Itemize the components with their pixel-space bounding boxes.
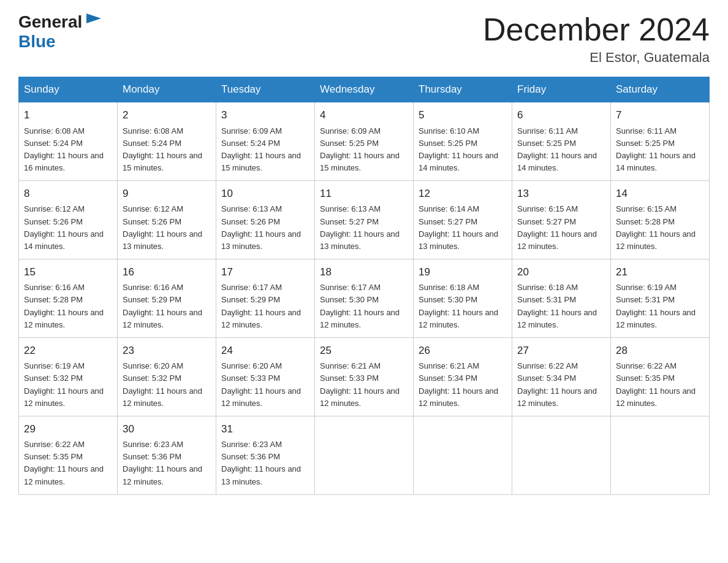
sunrise-info: Sunrise: 6:19 AM bbox=[24, 361, 85, 370]
daylight-info: Daylight: 11 hours and 14 minutes. bbox=[24, 229, 104, 251]
day-number: 9 bbox=[123, 186, 211, 202]
svg-marker-0 bbox=[86, 13, 101, 23]
sunrise-info: Sunrise: 6:12 AM bbox=[24, 204, 85, 213]
day-number: 18 bbox=[320, 264, 408, 280]
day-number: 5 bbox=[419, 107, 507, 123]
sunrise-info: Sunrise: 6:11 AM bbox=[616, 126, 677, 136]
day-cell: 28Sunrise: 6:22 AMSunset: 5:35 PMDayligh… bbox=[611, 337, 710, 416]
daylight-info: Daylight: 11 hours and 13 minutes. bbox=[419, 229, 498, 251]
calendar-table: SundayMondayTuesdayWednesdayThursdayFrid… bbox=[18, 77, 710, 495]
day-cell: 13Sunrise: 6:15 AMSunset: 5:27 PMDayligh… bbox=[512, 181, 611, 259]
sunrise-info: Sunrise: 6:20 AM bbox=[123, 361, 183, 370]
header-cell-thursday: Thursday bbox=[414, 77, 512, 102]
sunrise-info: Sunrise: 6:22 AM bbox=[24, 440, 85, 449]
sunrise-info: Sunrise: 6:16 AM bbox=[24, 283, 85, 292]
day-cell: 31Sunrise: 6:23 AMSunset: 5:36 PMDayligh… bbox=[216, 416, 315, 494]
day-number: 17 bbox=[221, 264, 309, 280]
logo-flag-icon bbox=[84, 11, 104, 31]
day-number: 1 bbox=[24, 107, 112, 123]
daylight-info: Daylight: 11 hours and 12 minutes. bbox=[221, 386, 301, 408]
daylight-info: Daylight: 11 hours and 12 minutes. bbox=[616, 229, 696, 251]
sunrise-info: Sunrise: 6:13 AM bbox=[221, 204, 282, 213]
day-number: 28 bbox=[616, 343, 704, 359]
sunrise-info: Sunrise: 6:09 AM bbox=[221, 126, 282, 136]
sunset-info: Sunset: 5:32 PM bbox=[123, 373, 181, 383]
day-cell bbox=[414, 416, 512, 494]
sunrise-info: Sunrise: 6:08 AM bbox=[123, 126, 183, 136]
sunrise-info: Sunrise: 6:08 AM bbox=[24, 126, 85, 136]
week-row-4: 22Sunrise: 6:19 AMSunset: 5:32 PMDayligh… bbox=[19, 337, 710, 416]
sunset-info: Sunset: 5:24 PM bbox=[123, 139, 181, 148]
sunset-info: Sunset: 5:26 PM bbox=[123, 217, 181, 226]
daylight-info: Daylight: 11 hours and 12 minutes. bbox=[517, 308, 597, 329]
sunrise-info: Sunrise: 6:22 AM bbox=[517, 361, 578, 370]
day-number: 27 bbox=[517, 343, 605, 359]
day-cell bbox=[512, 416, 611, 494]
sunrise-info: Sunrise: 6:18 AM bbox=[517, 283, 578, 292]
sunset-info: Sunset: 5:35 PM bbox=[616, 373, 675, 383]
day-cell: 30Sunrise: 6:23 AMSunset: 5:36 PMDayligh… bbox=[118, 416, 216, 494]
sunset-info: Sunset: 5:27 PM bbox=[320, 217, 379, 226]
day-cell: 4Sunrise: 6:09 AMSunset: 5:25 PMDaylight… bbox=[315, 102, 414, 181]
daylight-info: Daylight: 11 hours and 14 minutes. bbox=[419, 151, 498, 172]
sunset-info: Sunset: 5:33 PM bbox=[320, 373, 379, 383]
sunset-info: Sunset: 5:29 PM bbox=[221, 295, 280, 304]
day-number: 10 bbox=[221, 186, 309, 202]
sunset-info: Sunset: 5:25 PM bbox=[517, 139, 576, 148]
daylight-info: Daylight: 11 hours and 12 minutes. bbox=[221, 308, 301, 329]
calendar-header: SundayMondayTuesdayWednesdayThursdayFrid… bbox=[19, 77, 710, 102]
sunrise-info: Sunrise: 6:15 AM bbox=[616, 204, 677, 213]
day-cell: 27Sunrise: 6:22 AMSunset: 5:34 PMDayligh… bbox=[512, 337, 611, 416]
sunset-info: Sunset: 5:24 PM bbox=[221, 139, 280, 148]
week-row-2: 8Sunrise: 6:12 AMSunset: 5:26 PMDaylight… bbox=[19, 181, 710, 259]
sunrise-info: Sunrise: 6:19 AM bbox=[616, 283, 677, 292]
day-cell: 6Sunrise: 6:11 AMSunset: 5:25 PMDaylight… bbox=[512, 102, 611, 181]
sunset-info: Sunset: 5:27 PM bbox=[419, 217, 477, 226]
day-cell: 22Sunrise: 6:19 AMSunset: 5:32 PMDayligh… bbox=[19, 337, 118, 416]
day-cell: 24Sunrise: 6:20 AMSunset: 5:33 PMDayligh… bbox=[216, 337, 315, 416]
title-block: December 2024 El Estor, Guatemala bbox=[483, 12, 710, 66]
sunrise-info: Sunrise: 6:12 AM bbox=[123, 204, 183, 213]
header-cell-sunday: Sunday bbox=[19, 77, 118, 102]
day-number: 8 bbox=[24, 186, 112, 202]
sunrise-info: Sunrise: 6:10 AM bbox=[419, 126, 479, 136]
daylight-info: Daylight: 11 hours and 12 minutes. bbox=[419, 386, 498, 408]
day-number: 12 bbox=[419, 186, 507, 202]
day-number: 22 bbox=[24, 343, 112, 359]
sunrise-info: Sunrise: 6:17 AM bbox=[221, 283, 282, 292]
sunset-info: Sunset: 5:32 PM bbox=[24, 373, 83, 383]
logo: General Blue bbox=[18, 12, 104, 52]
daylight-info: Daylight: 11 hours and 12 minutes. bbox=[24, 464, 104, 486]
day-number: 21 bbox=[616, 264, 704, 280]
day-cell: 20Sunrise: 6:18 AMSunset: 5:31 PMDayligh… bbox=[512, 259, 611, 338]
header-cell-wednesday: Wednesday bbox=[315, 77, 414, 102]
sunrise-info: Sunrise: 6:23 AM bbox=[221, 440, 282, 449]
sunrise-info: Sunrise: 6:16 AM bbox=[123, 283, 183, 292]
sunrise-info: Sunrise: 6:22 AM bbox=[616, 361, 677, 370]
day-number: 4 bbox=[320, 107, 408, 123]
sunset-info: Sunset: 5:36 PM bbox=[123, 452, 181, 461]
day-cell: 1Sunrise: 6:08 AMSunset: 5:24 PMDaylight… bbox=[19, 102, 118, 181]
day-cell: 10Sunrise: 6:13 AMSunset: 5:26 PMDayligh… bbox=[216, 181, 315, 259]
week-row-1: 1Sunrise: 6:08 AMSunset: 5:24 PMDaylight… bbox=[19, 102, 710, 181]
logo-general-text: General bbox=[18, 12, 82, 32]
daylight-info: Daylight: 11 hours and 15 minutes. bbox=[221, 151, 301, 172]
sunrise-info: Sunrise: 6:18 AM bbox=[419, 283, 479, 292]
daylight-info: Daylight: 11 hours and 12 minutes. bbox=[517, 386, 597, 408]
day-number: 29 bbox=[24, 421, 112, 437]
day-number: 11 bbox=[320, 186, 408, 202]
day-cell: 12Sunrise: 6:14 AMSunset: 5:27 PMDayligh… bbox=[414, 181, 512, 259]
daylight-info: Daylight: 11 hours and 12 minutes. bbox=[616, 308, 696, 329]
sunset-info: Sunset: 5:30 PM bbox=[419, 295, 477, 304]
day-cell: 26Sunrise: 6:21 AMSunset: 5:34 PMDayligh… bbox=[414, 337, 512, 416]
header-cell-tuesday: Tuesday bbox=[216, 77, 315, 102]
daylight-info: Daylight: 11 hours and 12 minutes. bbox=[320, 386, 400, 408]
day-number: 30 bbox=[123, 421, 211, 437]
day-number: 24 bbox=[221, 343, 309, 359]
day-number: 26 bbox=[419, 343, 507, 359]
sunset-info: Sunset: 5:35 PM bbox=[24, 452, 83, 461]
day-number: 16 bbox=[123, 264, 211, 280]
sunrise-info: Sunrise: 6:14 AM bbox=[419, 204, 479, 213]
sunset-info: Sunset: 5:36 PM bbox=[221, 452, 280, 461]
day-cell: 21Sunrise: 6:19 AMSunset: 5:31 PMDayligh… bbox=[611, 259, 710, 338]
